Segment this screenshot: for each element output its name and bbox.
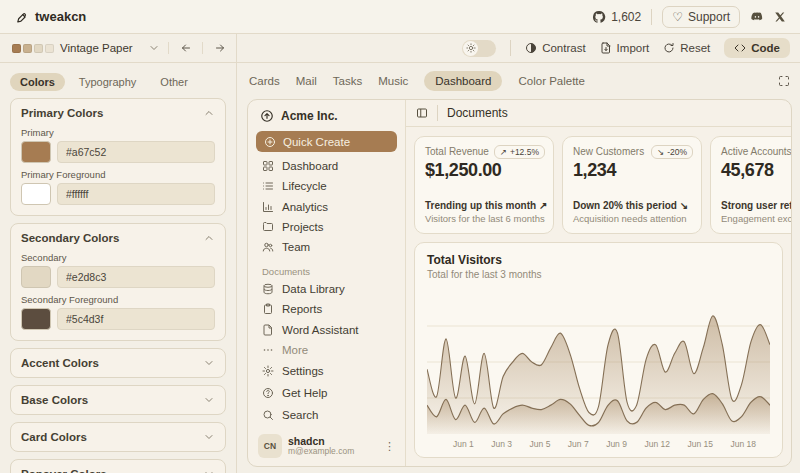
contrast-button[interactable]: Contrast: [525, 42, 585, 54]
stat-footnote: Down 20% this period ↘: [573, 200, 691, 211]
stat-card-new-customers: New Customers ↘ -20% 1,234 Down 20% this…: [562, 136, 702, 234]
tab-typography[interactable]: Typography: [69, 73, 146, 91]
sidebar-item-data-library[interactable]: Data Library: [256, 279, 397, 299]
help-icon: [262, 387, 274, 399]
tab-other[interactable]: Other: [150, 73, 198, 91]
clipboard-icon: [262, 303, 274, 315]
app-header: tweakcn 1,602 ♡ Support: [0, 0, 800, 34]
ellipsis-vertical-icon[interactable]: ⋮: [384, 440, 395, 453]
stat-subnote: Engagement exceed targets: [721, 213, 791, 224]
color-swatch-secondary[interactable]: [21, 266, 51, 288]
chart-title: Total Visitors: [427, 253, 770, 267]
sidebar-item-team[interactable]: Team: [256, 237, 397, 257]
chevron-up-icon: [203, 107, 215, 119]
stat-value: 1,234: [573, 160, 691, 181]
section-header[interactable]: Accent Colors: [21, 355, 215, 371]
sidebar-item-label: Analytics: [282, 201, 328, 213]
reset-label: Reset: [680, 42, 710, 54]
import-icon: [600, 42, 612, 54]
section-header[interactable]: Card Colors: [21, 429, 215, 445]
sidebar-item-get-help[interactable]: Get Help: [256, 382, 397, 404]
hex-input-primary-foreground[interactable]: [57, 183, 215, 205]
hex-input-secondary-foreground[interactable]: [57, 308, 215, 330]
code-label: Code: [751, 42, 780, 54]
prev-theme-button[interactable]: [168, 42, 202, 54]
sidebar-item-lifecycle[interactable]: Lifecycle: [256, 176, 397, 196]
import-button[interactable]: Import: [600, 42, 650, 54]
dashboard-header: Documents: [406, 100, 791, 127]
sidebar-item-analytics[interactable]: Analytics: [256, 197, 397, 217]
fullscreen-icon[interactable]: [778, 75, 790, 87]
grid-icon: [262, 160, 274, 172]
acme-logo-icon: [260, 109, 274, 123]
tab-color-palette[interactable]: Color Palette: [518, 75, 584, 87]
tab-tasks[interactable]: Tasks: [333, 75, 362, 87]
github-stars[interactable]: 1,602: [592, 10, 641, 24]
editor-sidebar: Colors Typography Other Primary Colors P…: [0, 63, 237, 473]
color-swatch-primary[interactable]: [21, 141, 51, 163]
badge-value: -20%: [667, 147, 687, 157]
section-title: Card Colors: [21, 431, 87, 443]
section-header[interactable]: Base Colors: [21, 392, 215, 408]
search-icon: [262, 409, 274, 421]
chart-x-axis: Jun 1 Jun 3 Jun 5 Jun 7 Jun 9 Jun 12 Jun…: [427, 434, 770, 449]
brand[interactable]: tweakcn: [14, 9, 86, 24]
support-button[interactable]: ♡ Support: [662, 6, 740, 28]
sidebar-item-search[interactable]: Search: [256, 404, 397, 426]
avatar: CN: [258, 434, 282, 458]
section-title: Secondary Colors: [21, 232, 119, 244]
x-tick: Jun 1: [453, 439, 474, 449]
sidebar-item-projects[interactable]: Projects: [256, 217, 397, 237]
dashboard-sidebar: Acme Inc. Quick Create Dashboard Lifecyc…: [248, 100, 406, 466]
chevron-down-icon: [203, 431, 215, 443]
stat-label: Active Accounts: [721, 146, 791, 157]
stat-card-active-accounts: Active Accounts 45,678 Strong user reten…: [710, 136, 791, 234]
x-logo-icon[interactable]: [774, 11, 786, 23]
users-icon: [262, 241, 274, 253]
tab-cards[interactable]: Cards: [249, 75, 280, 87]
plus-circle-icon: [264, 136, 276, 148]
database-icon: [262, 283, 274, 295]
sidebar-item-label: Settings: [282, 365, 324, 377]
next-theme-button[interactable]: [202, 42, 236, 54]
documents-group-label: Documents: [262, 266, 391, 277]
dashboard-main: Documents Total Revenue ↗ +12.5% $1,250.…: [406, 100, 791, 466]
section-header[interactable]: Popover Colors: [21, 466, 215, 473]
color-swatch-secondary-foreground[interactable]: [21, 308, 51, 330]
tab-mail[interactable]: Mail: [296, 75, 317, 87]
reset-button[interactable]: Reset: [663, 42, 710, 54]
section-primary-colors: Primary Colors Primary Primary Foregroun…: [10, 98, 226, 216]
color-swatch-primary-foreground[interactable]: [21, 183, 51, 205]
stat-value: 45,678: [721, 160, 791, 181]
discord-icon[interactable]: [750, 10, 764, 24]
stat-card-total-revenue: Total Revenue ↗ +12.5% $1,250.00 Trendin…: [414, 136, 554, 234]
section-header[interactable]: Secondary Colors: [21, 230, 215, 246]
folder-icon: [262, 221, 274, 233]
section-title: Primary Colors: [21, 107, 103, 119]
tab-dashboard[interactable]: Dashboard: [424, 71, 502, 91]
sidebar-item-more[interactable]: More: [256, 340, 397, 360]
code-button[interactable]: Code: [724, 38, 790, 58]
section-title: Accent Colors: [21, 357, 99, 369]
theme-selector[interactable]: Vintage Paper: [12, 42, 168, 54]
user-menu[interactable]: CN shadcn m@example.com ⋮: [256, 432, 397, 458]
trending-down-icon: ↘: [657, 147, 664, 157]
sidebar-item-settings[interactable]: Settings: [256, 360, 397, 382]
sidebar-item-dashboard[interactable]: Dashboard: [256, 156, 397, 176]
tab-colors[interactable]: Colors: [10, 73, 65, 91]
x-tick: Jun 3: [491, 439, 512, 449]
hex-input-primary[interactable]: [57, 141, 215, 163]
hex-input-secondary[interactable]: [57, 266, 215, 288]
quick-create-button[interactable]: Quick Create: [256, 131, 397, 152]
panel-left-icon[interactable]: [416, 107, 428, 119]
area-chart[interactable]: [427, 290, 770, 434]
breadcrumb: Documents: [447, 106, 508, 120]
theme-mode-toggle[interactable]: [462, 40, 496, 57]
section-header[interactable]: Primary Colors: [21, 105, 215, 121]
sidebar-item-word-assistant[interactable]: Word Assistant: [256, 320, 397, 340]
sidebar-item-reports[interactable]: Reports: [256, 299, 397, 319]
tab-music[interactable]: Music: [378, 75, 408, 87]
heart-icon: ♡: [672, 11, 683, 23]
sidebar-item-label: Team: [282, 241, 310, 253]
org-switcher[interactable]: Acme Inc.: [256, 109, 397, 131]
